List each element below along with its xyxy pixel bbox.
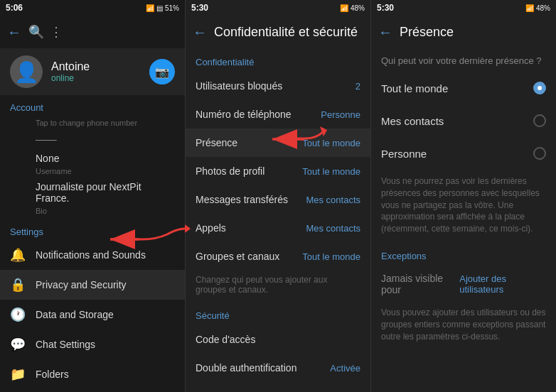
forwarded-label: Messages transférés bbox=[196, 194, 288, 205]
username-label: None bbox=[0, 151, 185, 164]
panel3-scroll: Qui peut voir votre dernière présence ? … bbox=[371, 48, 556, 392]
phone-label: Numéro de téléphone bbox=[196, 109, 292, 120]
chat-icon: 💬 bbox=[10, 337, 26, 352]
confidentialite-label: Confidentialité bbox=[186, 48, 370, 72]
header-1: ← 🔍 ⋮ bbox=[0, 16, 185, 48]
notifications-label: Notifications and Sounds bbox=[36, 249, 146, 261]
back-button-3[interactable]: ← bbox=[378, 24, 392, 40]
menu-item-privacy[interactable]: 🔒 Privacy and Security bbox=[0, 270, 185, 300]
time-1: 5:06 bbox=[6, 3, 23, 13]
twofa-value: Activée bbox=[330, 363, 360, 374]
presence-option-nobody[interactable]: Personne bbox=[371, 137, 556, 170]
profile-name: Antoine bbox=[51, 60, 90, 73]
twofa-label: Double authentification bbox=[196, 362, 296, 374]
privacy-item-forwarded[interactable]: Messages transférés Mes contacts bbox=[186, 185, 370, 214]
signal-icon: 📶 bbox=[146, 4, 154, 12]
forwarded-value: Mes contacts bbox=[306, 195, 360, 205]
header-3: ← Présence bbox=[371, 16, 556, 48]
time-3: 5:30 bbox=[377, 3, 394, 13]
phone-value[interactable]: ─── bbox=[0, 131, 185, 151]
more-button-1[interactable]: ⋮ bbox=[50, 24, 63, 40]
groups-label: Groupes et canaux bbox=[196, 251, 279, 262]
world-radio[interactable] bbox=[533, 82, 546, 94]
blocked-label: Utilisateurs bloqués bbox=[196, 80, 282, 92]
data-label: Data and Storage bbox=[36, 309, 114, 320]
privacy-icon: 🔒 bbox=[10, 277, 26, 293]
profile-status: online bbox=[51, 73, 90, 83]
presence-label: Présence bbox=[196, 137, 237, 148]
calls-label: Appels bbox=[196, 222, 226, 234]
signal-icon-2: 📶 bbox=[340, 4, 348, 12]
exceptions-note: Vous pouvez ajouter des utilisateurs ou … bbox=[371, 303, 556, 349]
never-visible-label: Jamais visible pour bbox=[381, 273, 459, 295]
camera-button[interactable]: 📷 bbox=[149, 59, 175, 85]
privacy-item-photos[interactable]: Photos de profil Tout le monde bbox=[186, 157, 370, 185]
back-button-1[interactable]: ← bbox=[7, 24, 21, 40]
phone-privacy-value: Personne bbox=[321, 109, 360, 120]
world-label: Tout le monde bbox=[381, 82, 448, 94]
privacy-item-phone[interactable]: Numéro de téléphone Personne bbox=[186, 100, 370, 129]
profile-section: 👤 Antoine online 📷 bbox=[0, 48, 185, 95]
menu-item-devices[interactable]: 📱 Devices bbox=[0, 389, 185, 392]
status-icons-2: 📶 48% bbox=[340, 4, 365, 12]
contacts-label: Mes contacts bbox=[381, 115, 444, 127]
privacy-item-sessions[interactable]: Sessions actives bbox=[186, 382, 370, 392]
panel1-scroll: Account Tap to change phone number ─── N… bbox=[0, 95, 185, 392]
contacts-radio[interactable] bbox=[533, 114, 546, 127]
privacy-item-presence[interactable]: Présence Tout le monde bbox=[186, 129, 370, 157]
privacy-item-blocked[interactable]: Utilisateurs bloqués 2 bbox=[186, 72, 370, 100]
profile-info: Antoine online bbox=[51, 60, 90, 83]
folders-label: Folders bbox=[36, 369, 69, 380]
tap-change-label: Tap to change phone number bbox=[0, 116, 185, 131]
securite-label: Sécurité bbox=[186, 302, 370, 325]
privacy-item-2fa[interactable]: Double authentification Activée bbox=[186, 354, 370, 382]
blocked-value: 2 bbox=[355, 81, 360, 92]
header-2: ← Confidentialité et sécurité bbox=[186, 16, 370, 48]
account-section-label: Account bbox=[0, 95, 185, 116]
code-label: Code d'accès bbox=[196, 334, 255, 345]
presence-note: Vous ne pourrez pas voir les dernières p… bbox=[371, 170, 556, 244]
add-users-link[interactable]: Ajouter des utilisateurs bbox=[459, 273, 546, 295]
settings-section-label: Settings bbox=[0, 219, 185, 240]
menu-item-data[interactable]: 🕐 Data and Storage bbox=[0, 300, 185, 330]
panel2-scroll: Confidentialité Utilisateurs bloqués 2 N… bbox=[186, 48, 370, 392]
status-icons-1: 📶 ▤ 51% bbox=[146, 4, 179, 12]
privacy-item-groups[interactable]: Groupes et canaux Tout le monde bbox=[186, 242, 370, 271]
back-button-2[interactable]: ← bbox=[193, 24, 207, 40]
photos-label: Photos de profil bbox=[196, 165, 264, 177]
status-bar-1: 5:06 📶 ▤ 51% bbox=[0, 0, 185, 16]
menu-item-chat[interactable]: 💬 Chat Settings bbox=[0, 330, 185, 359]
avatar[interactable]: 👤 bbox=[10, 55, 43, 88]
never-visible-row: Jamais visible pour Ajouter des utilisat… bbox=[371, 266, 556, 303]
status-icons-3: 📶 48% bbox=[525, 4, 550, 12]
time-2: 5:30 bbox=[191, 3, 208, 13]
menu-item-notifications[interactable]: 🔔 Notifications and Sounds bbox=[0, 240, 185, 270]
data-icon: 🕐 bbox=[10, 307, 26, 322]
presence-value: Tout le monde bbox=[302, 138, 360, 148]
groups-note: Changez qui peut vous ajouter aux groupe… bbox=[186, 271, 370, 302]
wifi-icon: ▤ bbox=[156, 4, 163, 12]
presence-option-world[interactable]: Tout le monde bbox=[371, 72, 556, 104]
signal-icon-3: 📶 bbox=[525, 4, 534, 12]
photos-value: Tout le monde bbox=[302, 166, 360, 177]
chat-label: Chat Settings bbox=[36, 339, 95, 350]
battery-3: 48% bbox=[536, 4, 550, 12]
search-button-1[interactable]: 🔍 bbox=[28, 24, 44, 40]
groups-value: Tout le monde bbox=[302, 251, 360, 262]
nobody-radio[interactable] bbox=[533, 147, 546, 160]
presence-question: Qui peut voir votre dernière présence ? bbox=[371, 48, 556, 72]
battery-2: 48% bbox=[351, 4, 365, 12]
battery-1: 51% bbox=[165, 4, 179, 12]
header-actions-1: 🔍 ⋮ bbox=[28, 24, 63, 40]
calls-value: Mes contacts bbox=[306, 223, 360, 234]
privacy-item-calls[interactable]: Appels Mes contacts bbox=[186, 214, 370, 242]
exceptions-label: Exceptions bbox=[371, 244, 556, 266]
presence-option-contacts[interactable]: Mes contacts bbox=[371, 104, 556, 137]
privacy-item-code[interactable]: Code d'accès bbox=[186, 325, 370, 354]
username-field: Username bbox=[0, 164, 185, 180]
status-bar-3: 5:30 📶 48% bbox=[371, 0, 556, 16]
nobody-label: Personne bbox=[381, 148, 427, 160]
folders-icon: 📁 bbox=[10, 366, 26, 382]
panel2-title: Confidentialité et sécurité bbox=[214, 25, 363, 40]
menu-item-folders[interactable]: 📁 Folders bbox=[0, 359, 185, 389]
